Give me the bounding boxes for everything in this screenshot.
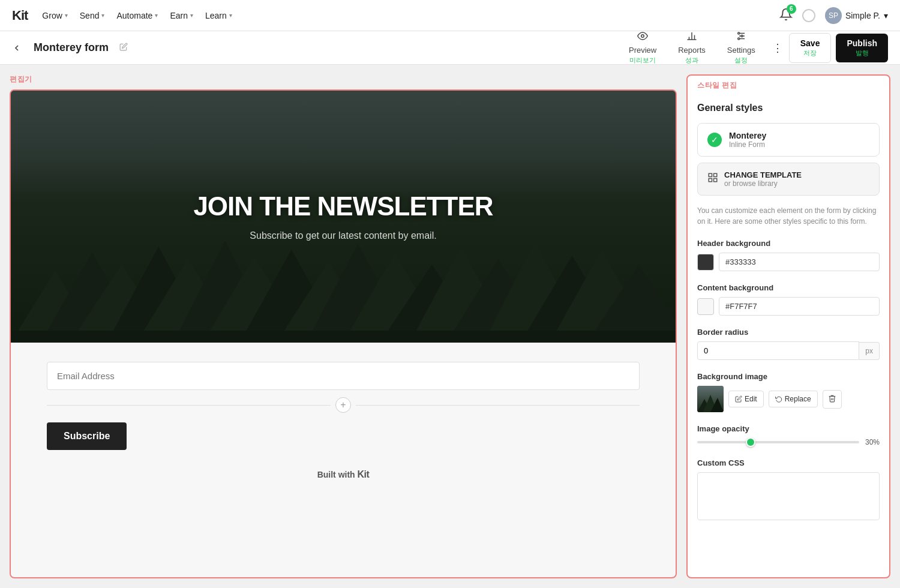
reports-button[interactable]: Reports 성과	[667, 27, 716, 68]
hint-text: You can customize each element on the fo…	[697, 205, 880, 227]
nav-grow[interactable]: Grow ▾	[42, 11, 67, 20]
opacity-value: 30%	[865, 438, 880, 446]
built-with: Built with Kit	[47, 469, 640, 480]
save-button[interactable]: Save 저장	[789, 33, 832, 63]
header-bg-swatch[interactable]	[697, 254, 714, 271]
settings-button[interactable]: Settings 설정	[716, 27, 766, 68]
header-bg-label: Header background	[697, 239, 880, 248]
border-radius-label: Border radius	[697, 328, 880, 337]
content-bg-value[interactable]	[719, 297, 880, 316]
add-field-row: +	[47, 397, 640, 413]
form-header: JOIN THE NEWSLETTER Subscribe to get our…	[11, 91, 676, 343]
bg-image-row: Edit Replace	[697, 386, 880, 412]
divider-right	[356, 405, 640, 406]
template-info: Monterey Inline Form	[729, 131, 766, 149]
svg-point-9	[741, 35, 743, 37]
content-bg-label: Content background	[697, 283, 880, 292]
chevron-down-icon: ▾	[65, 12, 68, 19]
nav-right: 6 SP Simple P. ▾	[779, 7, 888, 24]
secondary-nav: Monterey form Preview 미리보기	[0, 31, 900, 65]
newsletter-title: JOIN THE NEWSLETTER	[44, 192, 642, 221]
svg-rect-33	[714, 179, 717, 182]
border-radius-unit: px	[859, 342, 880, 360]
content-bg-input-row	[697, 297, 880, 316]
style-panel: 스타일 편집 General styles ✓ Monterey Inline …	[686, 74, 890, 578]
email-input[interactable]	[47, 362, 640, 390]
nav-items: Grow ▾ Send ▾ Automate ▾ Earn ▾ Learn ▾	[42, 11, 765, 20]
image-opacity-group: Image opacity 30%	[697, 424, 880, 446]
edit-bg-button[interactable]: Edit	[728, 391, 764, 407]
chevron-down-icon: ▾	[229, 12, 232, 19]
custom-css-group: Custom CSS	[697, 458, 880, 523]
avatar: SP	[825, 7, 842, 24]
svg-rect-30	[709, 173, 712, 176]
notification-icon[interactable]: 6	[779, 8, 793, 23]
form-body: + Subscribe Built with Kit	[11, 343, 676, 504]
replace-bg-button[interactable]: Replace	[769, 391, 818, 407]
more-options-button[interactable]: ⋮	[766, 38, 789, 58]
header-bg-input-row	[697, 253, 880, 271]
content-bg-swatch[interactable]	[697, 298, 714, 315]
preview-button[interactable]: Preview 미리보기	[618, 27, 667, 68]
template-check-icon: ✓	[707, 133, 722, 147]
eye-icon	[637, 31, 648, 44]
settings-icon	[736, 31, 746, 44]
circle-icon	[802, 9, 815, 22]
bg-thumbnail	[697, 386, 724, 412]
style-section-title: General styles	[697, 103, 880, 113]
form-title: Monterey form	[34, 41, 109, 54]
editor-panel: 편집기	[0, 65, 686, 588]
nav-automate[interactable]: Automate ▾	[116, 11, 158, 20]
border-radius-input-row: px	[697, 341, 880, 360]
main-layout: 편집기	[0, 65, 900, 588]
editor-label: 편집기	[10, 74, 677, 85]
style-panel-inner: General styles ✓ Monterey Inline Form	[688, 93, 889, 544]
change-template-text: CHANGE TEMPLATE or browse library	[724, 170, 802, 188]
content-background-group: Content background	[697, 283, 880, 316]
svg-rect-31	[714, 173, 717, 176]
user-menu[interactable]: SP Simple P. ▾	[825, 7, 888, 24]
opacity-row: 30%	[697, 438, 880, 446]
chevron-down-icon: ▾	[101, 12, 104, 19]
custom-css-input[interactable]	[697, 472, 880, 520]
change-template-button[interactable]: CHANGE TEMPLATE or browse library	[697, 163, 880, 196]
chart-icon	[686, 31, 697, 44]
style-panel-label: 스타일 편집	[688, 76, 889, 93]
nav-earn[interactable]: Earn ▾	[170, 11, 193, 20]
header-background-group: Header background	[697, 239, 880, 271]
chevron-down-icon: ▾	[155, 12, 158, 19]
editor-canvas: JOIN THE NEWSLETTER Subscribe to get our…	[10, 89, 677, 578]
template-card[interactable]: ✓ Monterey Inline Form	[697, 123, 880, 157]
add-field-button[interactable]: +	[335, 397, 351, 413]
border-radius-input[interactable]	[697, 341, 859, 360]
kit-logo: Kit	[358, 469, 370, 479]
delete-bg-button[interactable]	[823, 390, 842, 409]
background-image-group: Background image	[697, 372, 880, 412]
newsletter-content: JOIN THE NEWSLETTER Subscribe to get our…	[44, 192, 642, 241]
secondary-nav-actions: Preview 미리보기 Reports 성과	[618, 27, 888, 68]
divider-left	[47, 405, 331, 406]
newsletter-subtitle: Subscribe to get our latest content by e…	[44, 230, 642, 241]
template-icon	[707, 172, 718, 186]
opacity-slider[interactable]	[697, 441, 859, 443]
publish-button[interactable]: Publish 발행	[836, 34, 888, 62]
header-bg-value[interactable]	[719, 253, 880, 271]
logo: Kit	[12, 8, 28, 23]
subscribe-button[interactable]: Subscribe	[47, 422, 127, 450]
svg-rect-32	[709, 179, 712, 182]
notification-badge: 6	[787, 4, 796, 14]
opacity-thumb[interactable]	[746, 437, 755, 447]
nav-learn[interactable]: Learn ▾	[205, 11, 232, 20]
custom-css-label: Custom CSS	[697, 458, 880, 467]
svg-point-8	[738, 32, 740, 34]
svg-point-10	[738, 38, 740, 40]
forest-background: JOIN THE NEWSLETTER Subscribe to get our…	[11, 91, 676, 343]
back-button[interactable]	[12, 43, 22, 53]
opacity-label: Image opacity	[697, 424, 880, 433]
edit-icon[interactable]	[119, 43, 128, 53]
bg-image-label: Background image	[697, 372, 880, 381]
user-chevron-icon: ▾	[884, 11, 888, 20]
chevron-down-icon: ▾	[190, 12, 193, 19]
border-radius-group: Border radius px	[697, 328, 880, 360]
nav-send[interactable]: Send ▾	[80, 11, 105, 20]
